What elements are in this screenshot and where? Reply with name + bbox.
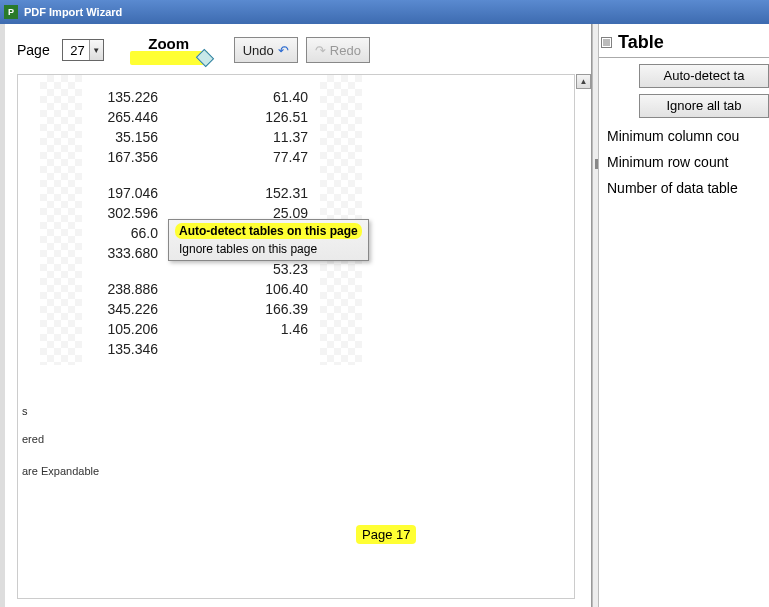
auto-detect-tables-button[interactable]: Auto-detect ta: [639, 64, 769, 88]
page-preview[interactable]: 135.226265.44635.156167.356197.046302.59…: [17, 74, 575, 599]
app-icon: P: [4, 5, 18, 19]
table-cell: 61.40: [238, 87, 308, 107]
undo-icon: ↶: [278, 43, 289, 58]
window-titlebar: P PDF Import Wizard: [0, 0, 769, 24]
redo-icon: ↷: [315, 43, 326, 58]
page-number-footer: Page 17: [356, 527, 416, 542]
table-cell: 53.23: [238, 259, 308, 279]
data-column-a: 135.226265.44635.156167.356197.046302.59…: [78, 87, 158, 359]
text-fragment: ered: [22, 433, 44, 445]
table-cell: 11.37: [238, 127, 308, 147]
table-cell: 265.446: [78, 107, 158, 127]
table-cell: 333.680: [78, 243, 158, 263]
num-data-tables-row: Number of data table: [607, 180, 769, 196]
table-cell: 105.206: [78, 319, 158, 339]
zoom-slider[interactable]: [130, 51, 208, 65]
undo-label: Undo: [243, 43, 274, 58]
table-cell: 302.596: [78, 203, 158, 223]
left-panel: Page 27 ▼ Zoom Undo ↶ ↷ Redo ▲: [0, 24, 592, 607]
page-label: Page: [17, 42, 50, 58]
context-menu: Auto-detect tables on this page Ignore t…: [168, 219, 369, 261]
table-cell: 167.356: [78, 147, 158, 167]
zoom-label: Zoom: [148, 35, 189, 52]
table-cell: 77.47: [238, 147, 308, 167]
table-cell: 106.40: [238, 279, 308, 299]
table-cell: 126.51: [238, 107, 308, 127]
text-fragment: are Expandable: [22, 465, 99, 477]
page-number-value[interactable]: 27: [63, 41, 89, 60]
data-column-b: 61.40126.5111.3777.47152.3125.0940.0353.…: [238, 87, 308, 339]
selection-region-left: [40, 75, 82, 365]
text-fragment: s: [22, 405, 28, 417]
scroll-up-button[interactable]: ▲: [576, 74, 591, 89]
undo-button[interactable]: Undo ↶: [234, 37, 298, 63]
chevron-down-icon[interactable]: ▼: [89, 40, 103, 60]
table-cell: 238.886: [78, 279, 158, 299]
zoom-control: Zoom: [130, 35, 208, 65]
page-spinner[interactable]: 27 ▼: [62, 39, 104, 61]
menu-ignore-tables[interactable]: Ignore tables on this page: [169, 240, 368, 258]
page-number-highlight: Page 17: [356, 525, 416, 544]
table-cell: 152.31: [238, 183, 308, 203]
window-title: PDF Import Wizard: [24, 6, 122, 18]
preview-wrap: ▲ 135.226265.44635.156167.356197.046302.…: [5, 74, 591, 607]
table-cell: 197.046: [78, 183, 158, 203]
table-cell: 135.346: [78, 339, 158, 359]
min-column-count-row: Minimum column cou: [607, 128, 769, 144]
ignore-all-tables-button[interactable]: Ignore all tab: [639, 94, 769, 118]
zoom-slider-handle[interactable]: [196, 49, 214, 67]
table-cell: 66.0: [78, 223, 158, 243]
table-panel: Table Auto-detect ta Ignore all tab Mini…: [599, 24, 769, 607]
splitter-handle[interactable]: [592, 24, 599, 607]
table-cell: 166.39: [238, 299, 308, 319]
table-cell: 35.156: [78, 127, 158, 147]
collapse-icon[interactable]: [601, 37, 612, 48]
table-cell: 135.226: [78, 87, 158, 107]
toolbar: Page 27 ▼ Zoom Undo ↶ ↷ Redo: [5, 24, 591, 68]
min-row-count-row: Minimum row count: [607, 154, 769, 170]
redo-button[interactable]: ↷ Redo: [306, 37, 370, 63]
table-cell: 345.226: [78, 299, 158, 319]
table-cell: 1.46: [238, 319, 308, 339]
redo-label: Redo: [330, 43, 361, 58]
menu-auto-detect-tables[interactable]: Auto-detect tables on this page: [169, 222, 368, 240]
main-area: Page 27 ▼ Zoom Undo ↶ ↷ Redo ▲: [0, 24, 769, 607]
table-panel-header[interactable]: Table: [599, 30, 769, 58]
table-panel-title: Table: [618, 32, 664, 53]
